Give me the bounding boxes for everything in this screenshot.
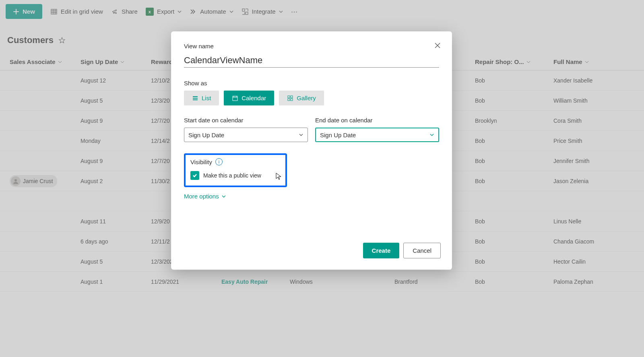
list-label: List — [202, 95, 211, 101]
end-date-select[interactable]: Sign Up Date — [315, 128, 439, 142]
close-icon — [434, 42, 441, 49]
start-date-value: Sign Up Date — [188, 132, 224, 138]
calendar-label: Calendar — [242, 95, 266, 101]
visibility-label: Visibility — [190, 159, 212, 165]
cancel-button[interactable]: Cancel — [403, 243, 441, 258]
more-options-label: More options — [184, 193, 219, 200]
show-as-label: Show as — [184, 80, 439, 87]
dialog-footer: Create Cancel — [363, 243, 441, 258]
svg-rect-5 — [288, 96, 290, 98]
visibility-header: Visibility i — [190, 158, 281, 165]
create-button[interactable]: Create — [363, 243, 400, 258]
show-as-gallery-button[interactable]: Gallery — [279, 91, 324, 105]
calendar-icon — [232, 95, 238, 101]
checkbox-checked-icon[interactable] — [190, 171, 199, 180]
show-as-list-button[interactable]: List — [184, 91, 219, 105]
chevron-down-icon — [221, 194, 226, 199]
start-date-select[interactable]: Sign Up Date — [184, 128, 308, 142]
view-name-input[interactable] — [184, 54, 439, 68]
more-options-toggle[interactable]: More options — [184, 193, 226, 200]
info-icon[interactable]: i — [215, 158, 223, 165]
start-date-field: Start date on calendar Sign Up Date — [184, 117, 308, 142]
gallery-label: Gallery — [297, 95, 316, 101]
chevron-down-icon — [299, 132, 303, 137]
gallery-icon — [287, 95, 293, 101]
show-as-calendar-button[interactable]: Calendar — [224, 91, 274, 105]
chevron-down-icon — [429, 132, 434, 137]
visibility-highlight: Visibility i Make this a public view — [184, 153, 287, 187]
start-date-label: Start date on calendar — [184, 117, 308, 124]
public-view-checkbox-row[interactable]: Make this a public view — [190, 171, 281, 180]
svg-rect-8 — [291, 99, 293, 101]
svg-rect-7 — [288, 99, 290, 101]
end-date-value: Sign Up Date — [320, 132, 356, 138]
view-name-label: View name — [184, 43, 439, 50]
cursor-icon — [276, 173, 282, 181]
create-view-dialog: View name Show as List Calendar Gallery … — [171, 31, 452, 270]
end-date-label: End date on calendar — [315, 117, 439, 124]
public-view-label: Make this a public view — [203, 172, 261, 179]
show-as-toggles: List Calendar Gallery — [184, 91, 439, 105]
close-button[interactable] — [432, 40, 443, 52]
svg-rect-4 — [233, 96, 237, 101]
list-icon — [192, 95, 198, 101]
end-date-field: End date on calendar Sign Up Date — [315, 117, 439, 142]
svg-rect-6 — [291, 96, 293, 98]
